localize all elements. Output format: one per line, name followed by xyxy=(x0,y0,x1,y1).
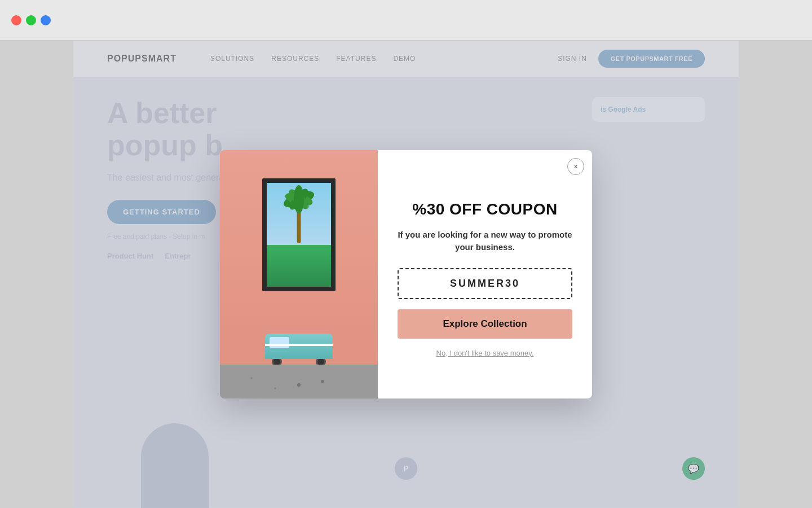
modal-content-panel: %30 OFF COUPON If you are looking for a … xyxy=(378,150,592,398)
wall-frame xyxy=(262,178,336,291)
frame-inner xyxy=(267,183,331,287)
palm-tree-icon xyxy=(267,183,331,245)
modal-overlay[interactable]: × xyxy=(73,41,739,508)
coupon-box: SUMMER30 xyxy=(398,268,572,299)
van-stripe xyxy=(265,344,333,346)
dot-blue[interactable] xyxy=(41,15,51,25)
coupon-code: SUMMER30 xyxy=(450,278,520,289)
browser-chrome xyxy=(0,0,812,41)
dot-green[interactable] xyxy=(26,15,36,25)
modal-title: %30 OFF COUPON xyxy=(412,200,557,218)
van xyxy=(265,334,333,365)
frame-sky xyxy=(267,183,331,245)
modal-subtitle: If you are looking for a new way to prom… xyxy=(398,229,572,254)
ground-texture xyxy=(220,365,378,398)
browser-viewport: POPUPSMART SOLUTIONS RESOURCES FEATURES … xyxy=(73,41,739,508)
browser-dots xyxy=(11,15,51,25)
ground-gravel xyxy=(220,365,378,398)
explore-collection-button[interactable]: Explore Collection xyxy=(398,309,572,339)
svg-point-5 xyxy=(294,185,304,213)
dot-red[interactable] xyxy=(11,15,21,25)
modal-popup: × xyxy=(220,150,592,398)
modal-image-content xyxy=(220,150,378,398)
modal-image-panel xyxy=(220,150,378,398)
modal-close-button[interactable]: × xyxy=(567,158,584,175)
decline-link[interactable]: No, I don't like to save money. xyxy=(436,349,534,357)
van-body xyxy=(265,334,333,359)
frame-ground xyxy=(267,245,331,287)
van-window xyxy=(270,337,289,348)
